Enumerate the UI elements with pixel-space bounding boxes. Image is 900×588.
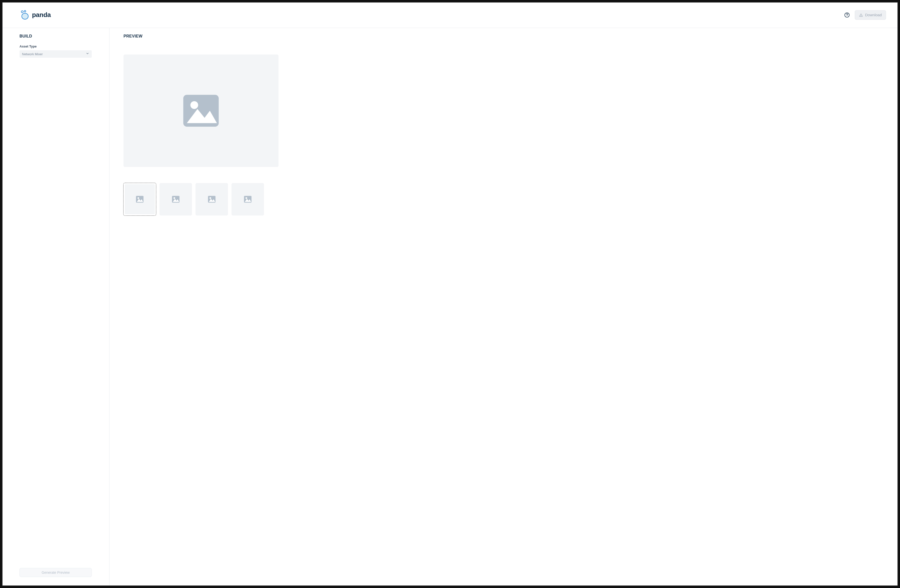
image-placeholder-icon [135,195,144,204]
asset-type-select-wrap [20,50,92,58]
logo-text: panda [32,11,51,19]
svg-point-9 [138,197,139,199]
preview-thumbnails [124,183,343,216]
preview-thumbnail[interactable] [124,183,156,216]
image-placeholder-icon [171,195,180,204]
image-placeholder-icon [243,195,252,204]
main: BUILD Asset Type Generate Preview PREVIE… [2,28,343,224]
app-frame: panda Download BUILD [2,2,343,224]
logo-icon [20,10,30,20]
svg-point-13 [209,197,211,199]
preview-thumbnail[interactable] [160,183,192,216]
svg-point-15 [245,197,247,199]
image-placeholder-icon [180,90,222,132]
sidebar-spacer [20,58,92,224]
svg-point-7 [191,101,198,109]
svg-point-0 [21,11,23,13]
build-panel: BUILD Asset Type Generate Preview [2,28,110,224]
svg-point-11 [174,197,175,199]
logo: panda [20,10,51,20]
build-title: BUILD [20,34,92,39]
preview-title: PREVIEW [124,34,343,39]
svg-point-2 [22,13,28,19]
header: panda Download [2,2,343,28]
preview-thumbnail[interactable] [231,183,264,216]
preview-main-placeholder [124,54,278,167]
preview-thumbnail[interactable] [196,183,228,216]
thumb-inner [125,184,155,214]
svg-point-1 [24,10,26,12]
asset-type-field: Asset Type [20,45,92,58]
asset-type-select[interactable] [20,50,92,58]
asset-type-label: Asset Type [20,45,92,48]
image-placeholder-icon [207,195,216,204]
preview-panel: PREVIEW [110,28,343,224]
